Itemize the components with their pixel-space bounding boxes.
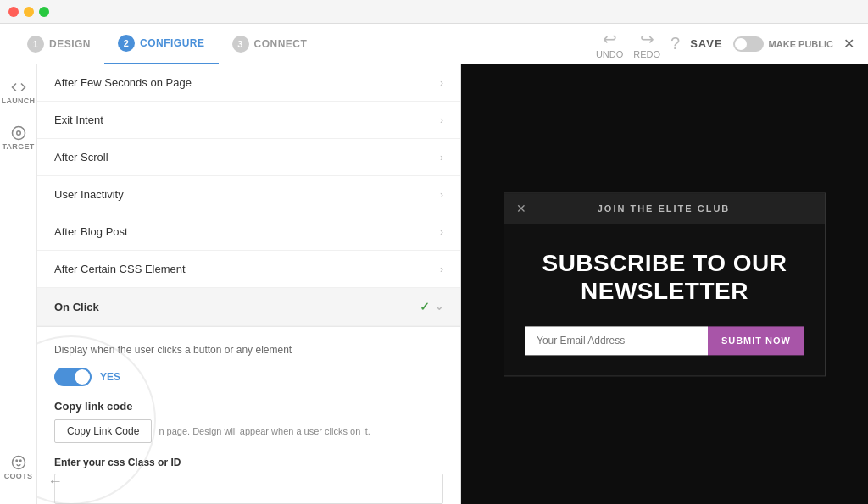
toggle-on-thumb xyxy=(75,369,90,385)
sidebar-item-launch[interactable]: LAUNCH xyxy=(0,73,36,112)
svg-point-4 xyxy=(19,460,21,462)
popup-email-input[interactable] xyxy=(525,326,708,355)
top-nav: 1 DESIGN 2 CONFIGURE 3 CONNECT ↩ UNDO ↪ … xyxy=(0,24,868,64)
chevron-right-icon: › xyxy=(440,77,443,89)
svg-point-3 xyxy=(16,460,18,462)
popup-submit-button[interactable]: SUBMIT NOW xyxy=(708,326,804,355)
help-group[interactable]: ? xyxy=(670,34,680,53)
svg-point-0 xyxy=(12,127,25,140)
step-design-label: DESIGN xyxy=(49,38,91,50)
toggle-track[interactable] xyxy=(733,36,764,52)
popup-headline-line1: SUBSCRIBE TO OUR xyxy=(542,250,787,276)
sidebar-item-target[interactable]: TARGET xyxy=(0,119,36,158)
target-icon xyxy=(11,125,26,141)
step-configure[interactable]: 2 CONFIGURE xyxy=(104,24,219,64)
menu-item-right: ✓ ⌄ xyxy=(420,300,443,313)
step-configure-label: CONFIGURE xyxy=(140,37,205,49)
copy-link-title: Copy link code xyxy=(54,400,443,413)
menu-item-label: User Inactivity xyxy=(54,188,124,201)
popup-body: SUBSCRIBE TO OUR NEWSLETTER SUBMIT NOW xyxy=(504,224,825,375)
preview-panel: ✕ JOIN THE ELITE CLUB SUBSCRIBE TO OUR N… xyxy=(461,64,868,504)
chevron-right-icon: › xyxy=(440,189,443,201)
step-connect[interactable]: 3 CONNECT xyxy=(219,24,321,64)
sidebar-item-cookies[interactable]: COOTS xyxy=(0,448,36,487)
popup-modal: ✕ JOIN THE ELITE CLUB SUBSCRIBE TO OUR N… xyxy=(504,192,826,376)
toggle-yes-label: YES xyxy=(100,371,120,383)
maximize-button[interactable] xyxy=(39,7,49,17)
sidebar-launch-label: LAUNCH xyxy=(2,97,36,105)
undo-label: UNDO xyxy=(596,49,623,59)
toggle-thumb xyxy=(735,38,747,50)
menu-item-after-scroll[interactable]: After Scroll › xyxy=(37,139,460,176)
menu-item-label: After Blog Post xyxy=(54,225,128,238)
css-class-input[interactable] xyxy=(54,474,443,504)
popup-headline: SUBSCRIBE TO OUR NEWSLETTER xyxy=(525,249,804,306)
undo-group[interactable]: ↩ UNDO xyxy=(596,29,623,59)
back-arrow[interactable]: ← xyxy=(47,473,63,490)
minimize-button[interactable] xyxy=(24,7,34,17)
menu-item-label: On Click xyxy=(54,301,99,313)
toggle-row: YES xyxy=(54,368,443,386)
sidebar: LAUNCH TARGET COOTS xyxy=(0,64,37,504)
menu-item-exit-intent[interactable]: Exit Intent › xyxy=(37,102,460,139)
title-bar xyxy=(0,0,868,24)
menu-item-label: After Few Seconds on Page xyxy=(54,76,192,89)
help-icon: ? xyxy=(670,34,680,53)
copy-link-desc: n page. Design will appear when a user c… xyxy=(159,426,370,436)
chevron-down-icon: ⌄ xyxy=(435,301,443,313)
redo-group[interactable]: ↪ REDO xyxy=(633,29,660,59)
sidebar-target-label: TARGET xyxy=(2,142,34,151)
menu-item-label: Exit Intent xyxy=(54,114,103,126)
redo-label: REDO xyxy=(633,49,660,59)
popup-form: SUBMIT NOW xyxy=(525,326,804,355)
menu-item-on-click[interactable]: On Click ✓ ⌄ xyxy=(37,288,460,326)
chevron-right-icon: › xyxy=(440,114,443,126)
svg-point-1 xyxy=(16,131,20,136)
step-design[interactable]: 1 DESIGN xyxy=(14,24,104,64)
step-num-2: 2 xyxy=(118,35,135,52)
popup-headline-line2: NEWSLETTER xyxy=(581,279,748,305)
menu-item-after-few-seconds[interactable]: After Few Seconds on Page › xyxy=(37,64,460,102)
menu-item-label: After Scroll xyxy=(54,151,108,163)
undo-icon: ↩ xyxy=(603,29,617,49)
launch-icon xyxy=(11,80,26,95)
menu-item-user-inactivity[interactable]: User Inactivity › xyxy=(37,176,460,213)
chevron-right-icon: › xyxy=(440,152,443,163)
active-check-icon: ✓ xyxy=(420,300,430,313)
nav-steps: 1 DESIGN 2 CONFIGURE 3 CONNECT xyxy=(14,24,596,64)
make-public-toggle[interactable]: MAKE PUBLIC xyxy=(733,36,833,52)
onclick-description: Display when the user clicks a button or… xyxy=(54,344,443,356)
menu-item-after-blog-post[interactable]: After Blog Post › xyxy=(37,213,460,251)
css-label: Enter your css Class or ID xyxy=(54,457,443,468)
make-public-label: MAKE PUBLIC xyxy=(769,39,833,49)
menu-item-label: After Certain CSS Element xyxy=(54,263,186,275)
css-section: Enter your css Class or ID Enter unique … xyxy=(54,457,443,504)
close-button[interactable] xyxy=(8,7,19,17)
step-num-3: 3 xyxy=(232,36,249,53)
save-button[interactable]: SAVE xyxy=(690,37,722,50)
sidebar-cookies-label: COOTS xyxy=(4,472,33,480)
nav-right: ↩ UNDO ↪ REDO ? SAVE MAKE PUBLIC ✕ xyxy=(596,29,854,59)
menu-item-after-css-element[interactable]: After Certain CSS Element › xyxy=(37,251,460,288)
chevron-right-icon: › xyxy=(440,226,443,238)
step-num-1: 1 xyxy=(27,36,44,53)
popup-header: ✕ JOIN THE ELITE CLUB xyxy=(504,193,825,224)
content-panel: After Few Seconds on Page › Exit Intent … xyxy=(37,64,461,504)
step-connect-label: CONNECT xyxy=(254,38,308,50)
onclick-toggle[interactable] xyxy=(54,368,92,386)
top-close-button[interactable]: ✕ xyxy=(843,36,854,52)
popup-title: JOIN THE ELITE CLUB xyxy=(598,203,731,213)
cookies-icon xyxy=(11,455,26,470)
copy-link-section: Copy link code Copy Link Code n page. De… xyxy=(54,400,443,443)
trigger-menu-list: After Few Seconds on Page › Exit Intent … xyxy=(37,64,460,326)
popup-close-icon[interactable]: ✕ xyxy=(516,202,526,215)
main-layout: LAUNCH TARGET COOTS After Few Seconds on… xyxy=(0,64,868,504)
onclick-section: Display when the user clicks a button or… xyxy=(37,326,460,504)
chevron-right-icon: › xyxy=(440,263,443,275)
svg-point-2 xyxy=(12,457,25,469)
copy-link-button[interactable]: Copy Link Code xyxy=(54,419,152,443)
copy-link-row: Copy Link Code n page. Design will appea… xyxy=(54,419,443,443)
redo-icon: ↪ xyxy=(640,29,654,49)
